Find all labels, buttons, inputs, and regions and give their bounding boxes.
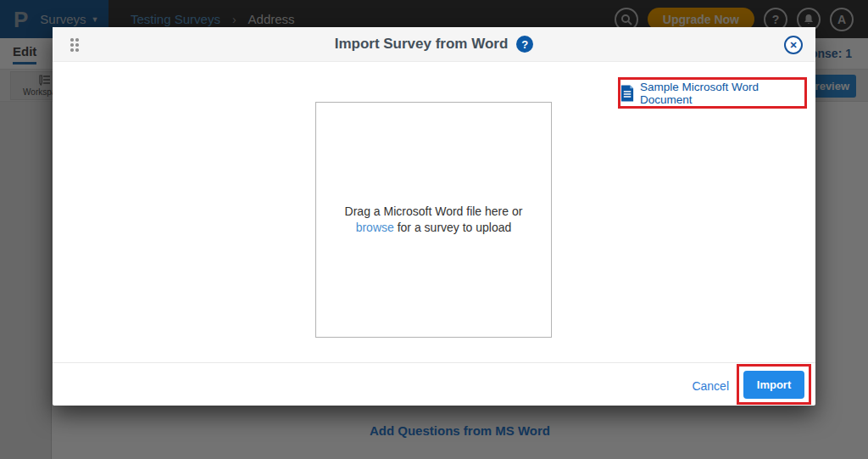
file-dropzone[interactable]: Drag a Microsoft Word file here or brows… [315,102,552,338]
dropzone-text-line1: Drag a Microsoft Word file here or [345,204,523,220]
modal-title: Import Survey from Word [335,36,509,53]
import-survey-modal: Import Survey from Word ? ✕ Sample Micro… [53,27,815,406]
modal-help-icon[interactable]: ? [516,36,533,53]
browse-link[interactable]: browse [356,221,394,234]
cancel-button[interactable]: Cancel [692,379,729,393]
annotation-highlight-import-button: Import [737,364,811,405]
word-document-icon [620,85,634,102]
dropzone-text-line2: browse for a survey to upload [356,220,512,236]
dropzone-text-line2-rest: for a survey to upload [394,221,512,234]
sample-word-document-link[interactable]: Sample Microsoft Word Document [620,81,804,106]
annotation-highlight-sample-link: Sample Microsoft Word Document [618,77,807,109]
import-button[interactable]: Import [743,371,804,399]
footer-divider [53,362,815,363]
modal-header: Import Survey from Word ? ✕ [53,27,815,62]
drag-handle-icon[interactable] [70,38,79,52]
close-icon[interactable]: ✕ [784,36,803,54]
sample-word-document-link-label: Sample Microsoft Word Document [640,81,804,106]
